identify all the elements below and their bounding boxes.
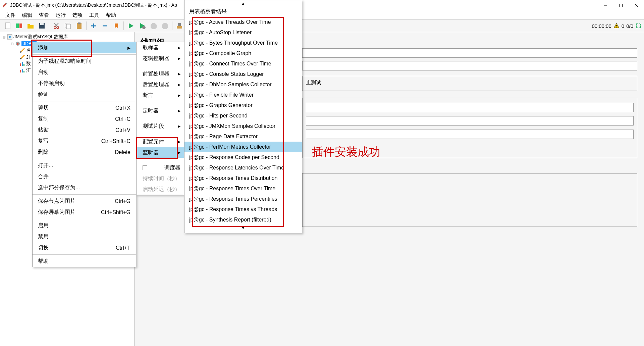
- ctx-paste[interactable]: 粘贴Ctrl+V: [33, 125, 136, 136]
- templates-icon[interactable]: [14, 21, 24, 31]
- tree-root[interactable]: ⊟ JMeter测试MYSQL数据库: [0, 34, 134, 40]
- stop-icon[interactable]: [149, 21, 158, 31]
- ctx-help[interactable]: 帮助: [33, 256, 136, 267]
- listener-item[interactable]: jp@gc - Response Times Distribution: [184, 173, 302, 183]
- warning-icon[interactable]: [613, 23, 620, 29]
- expand-icon[interactable]: [89, 21, 98, 31]
- svg-rect-6: [19, 23, 22, 28]
- scroll-down-icon[interactable]: ▼: [184, 225, 302, 231]
- ctx-disable[interactable]: 禁用: [33, 231, 136, 242]
- ctx-open[interactable]: 打开...: [33, 160, 136, 171]
- sub-config-element[interactable]: 配置元件▶: [137, 136, 184, 147]
- ctx-delete[interactable]: 删除Delete: [33, 147, 136, 158]
- thread-count: 0/0: [626, 23, 633, 29]
- svg-rect-5: [16, 23, 19, 28]
- close-button[interactable]: [629, 0, 644, 11]
- ctx-cut[interactable]: 剪切Ctrl+X: [33, 102, 136, 113]
- cut-icon[interactable]: [52, 21, 61, 31]
- expand-tree-icon[interactable]: [635, 23, 641, 29]
- menu-options[interactable]: 选项: [69, 12, 86, 18]
- listener-item[interactable]: jp@gc - Composite Graph: [184, 48, 302, 58]
- listener-item[interactable]: jp@gc - JMXMon Samples Collector: [184, 121, 302, 131]
- menu-file[interactable]: 文件: [2, 12, 19, 18]
- start-no-pause-icon[interactable]: [138, 21, 147, 31]
- listener-item[interactable]: jp@gc - Flexible File Writer: [184, 90, 302, 100]
- ctx-add[interactable]: 添加▶: [33, 42, 136, 53]
- svg-rect-39: [23, 71, 24, 72]
- listener-item[interactable]: jp@gc - Response Latencies Over Time: [184, 162, 302, 173]
- open-icon[interactable]: [26, 21, 35, 31]
- toggle-icon[interactable]: [112, 21, 121, 31]
- start-icon[interactable]: [126, 21, 136, 31]
- sub-listener[interactable]: 监听器▶: [137, 147, 184, 158]
- sub-scheduler[interactable]: 调度器: [137, 162, 184, 173]
- listener-item[interactable]: jp@gc - Response Codes per Second: [184, 152, 302, 162]
- svg-rect-8: [40, 23, 44, 25]
- ctx-start[interactable]: 启动: [33, 67, 136, 78]
- svg-rect-22: [178, 23, 181, 26]
- maximize-button[interactable]: [613, 0, 629, 11]
- ctx-toggle[interactable]: 切换Ctrl+T: [33, 242, 136, 253]
- app-icon: [3, 3, 8, 8]
- ctx-save-node-img[interactable]: 保存节点为图片Ctrl+G: [33, 196, 136, 207]
- listener-item[interactable]: jp@gc - Page Data Extractor: [184, 131, 302, 142]
- copy-icon[interactable]: [63, 21, 72, 31]
- menu-bar: 文件 编辑 查看 运行 选项 工具 帮助: [0, 11, 644, 19]
- listener-item[interactable]: jp@gc - Console Status Logger: [184, 69, 302, 79]
- save-icon[interactable]: [37, 21, 47, 31]
- listener-item[interactable]: jp@gc - Hits per Second: [184, 110, 302, 121]
- comment-input[interactable]: [302, 61, 637, 70]
- shutdown-icon[interactable]: [160, 21, 170, 31]
- ctx-merge[interactable]: 合并: [33, 171, 136, 182]
- listener-item[interactable]: jp@gc - Response Times Over Time: [184, 183, 302, 194]
- listener-item[interactable]: jp@gc - PerfMon Metrics Collector: [184, 142, 302, 152]
- svg-rect-4: [5, 23, 10, 29]
- sub-timer[interactable]: 定时器▶: [137, 105, 184, 116]
- svg-line-12: [54, 23, 58, 27]
- sub-assertion[interactable]: 断言▶: [137, 90, 184, 101]
- new-icon[interactable]: [3, 21, 12, 31]
- ramp-up-input[interactable]: [306, 116, 634, 126]
- menu-tools[interactable]: 工具: [86, 12, 103, 18]
- svg-rect-16: [78, 22, 80, 24]
- ctx-save-selection[interactable]: 选中部分保存为...: [33, 182, 136, 193]
- listener-item[interactable]: jp@gc - Active Threads Over Time: [184, 17, 302, 27]
- menu-run[interactable]: 运行: [52, 12, 69, 18]
- listener-item[interactable]: jp@gc - Response Times vs Threads: [184, 204, 302, 214]
- listener-item[interactable]: jp@gc - AutoStop Listener: [184, 27, 302, 38]
- ctx-add-think-time[interactable]: 为子线程添加响应时间: [33, 56, 136, 67]
- listener-item[interactable]: jp@gc - Bytes Throughput Over Time: [184, 38, 302, 48]
- listener-item[interactable]: jp@gc - Synthesis Report (filtered): [184, 214, 302, 225]
- menu-edit[interactable]: 编辑: [19, 12, 36, 18]
- ctx-validate[interactable]: 验证: [33, 89, 136, 100]
- sub-preprocessor[interactable]: 前置处理器▶: [137, 68, 184, 79]
- scroll-up-icon[interactable]: ▲: [184, 0, 302, 6]
- listener-item[interactable]: 用表格察看结果: [184, 6, 302, 17]
- title-bar: JDBC测试 - 副本.jmx (C:\Users\stars\Desktop\…: [0, 0, 644, 11]
- ctx-duplicate[interactable]: 复写Ctrl+Shift+C: [33, 136, 136, 147]
- sub-logic-controller[interactable]: 逻辑控制器▶: [137, 53, 184, 64]
- ctx-save-screen-img[interactable]: 保存屏幕为图片Ctrl+Shift+G: [33, 207, 136, 218]
- collapse-icon[interactable]: [100, 21, 110, 31]
- menu-view[interactable]: 查看: [36, 12, 52, 18]
- num-threads-input[interactable]: [306, 103, 634, 112]
- ctx-start-no-pause[interactable]: 不停顿启动: [33, 78, 136, 89]
- sub-delay: 启动延迟（秒）: [137, 184, 184, 195]
- loop-count-input[interactable]: [306, 130, 634, 139]
- clear-icon[interactable]: [175, 21, 184, 31]
- scheduler-group: [302, 173, 637, 227]
- svg-rect-36: [23, 64, 24, 66]
- listener-item[interactable]: jp@gc - Graphs Generator: [184, 100, 302, 110]
- listener-item[interactable]: jp@gc - Connect Times Over Time: [184, 58, 302, 69]
- sub-test-fragment[interactable]: 测试片段▶: [137, 121, 184, 132]
- name-input[interactable]: [302, 48, 637, 58]
- sub-postprocessor[interactable]: 后置处理器▶: [137, 79, 184, 90]
- paste-icon[interactable]: [74, 21, 84, 31]
- ctx-enable[interactable]: 启用: [33, 220, 136, 231]
- listener-item[interactable]: jp@gc - DbMon Samples Collector: [184, 79, 302, 90]
- listener-item[interactable]: jp@gc - Response Times Percentiles: [184, 194, 302, 204]
- sub-sampler[interactable]: 取样器▶: [137, 42, 184, 53]
- minimize-button[interactable]: [598, 0, 613, 11]
- menu-help[interactable]: 帮助: [103, 12, 119, 18]
- ctx-copy[interactable]: 复制Ctrl+C: [33, 113, 136, 125]
